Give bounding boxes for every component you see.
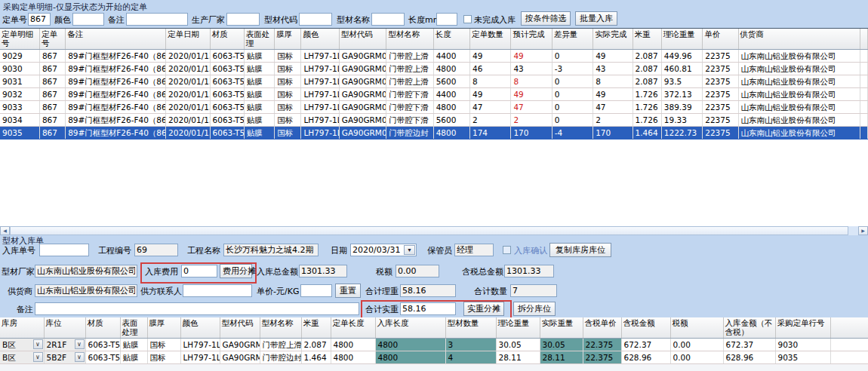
column-header[interactable]: 定单号 [39, 29, 65, 50]
column-header[interactable]: 型材代码 [220, 317, 260, 339]
column-header[interactable]: 型材数量 [445, 317, 496, 339]
cell: 贴膜 [120, 339, 147, 351]
column-header[interactable]: 实际完成 [593, 29, 633, 50]
remark-input[interactable] [35, 302, 359, 315]
scrollbar-thumb[interactable] [10, 226, 848, 235]
column-header[interactable]: 采购定单行号 [775, 317, 830, 339]
column-header[interactable]: 米重 [633, 29, 661, 50]
column-header[interactable]: 库位 [44, 317, 85, 339]
table-row[interactable]: 903586789#门框型材F26-F40（866+867）2020/01/13… [0, 127, 868, 140]
project-no-input[interactable] [134, 244, 178, 256]
actual-weight-apportion-button[interactable]: 实重分摊 [463, 302, 504, 316]
table-row[interactable]: 903086789#门框型材F26-F40（866+867）2020/01/13… [0, 63, 868, 75]
column-header[interactable]: 膜厚 [147, 317, 180, 339]
horizontal-scrollbar[interactable]: ◀ ▶ [0, 226, 868, 235]
column-header[interactable]: 型材名称 [386, 29, 433, 50]
column-header[interactable]: 单价 [703, 29, 738, 50]
inbound-fee-input[interactable] [181, 265, 217, 277]
column-header[interactable]: 含税单价 [583, 317, 621, 339]
column-header[interactable]: 理论重量 [496, 317, 540, 339]
column-header[interactable]: 定单日期 [166, 29, 210, 50]
table-row[interactable]: B区∨2R1F∨6063-T5贴膜国标LH797-1LL0GA90GRM03门带… [0, 339, 868, 351]
receipt-no-input[interactable] [39, 244, 89, 256]
tax-total-input[interactable] [504, 265, 554, 277]
combo-arrow-icon[interactable]: ∨ [75, 339, 85, 349]
column-header[interactable]: 定单长度 [331, 317, 375, 339]
project-name-input[interactable] [223, 244, 319, 256]
profile-name-filter-input[interactable] [371, 13, 405, 26]
inbound-confirm-checkbox[interactable] [503, 246, 511, 254]
filter-by-condition-button[interactable]: 按条件筛选 [521, 11, 571, 26]
order-no-input[interactable] [28, 13, 51, 26]
fee-apportion-button[interactable]: 费用分摊 [220, 264, 252, 278]
column-header[interactable] [860, 29, 867, 50]
manufacturer-input[interactable] [226, 13, 260, 26]
supplier-contact-input[interactable] [183, 284, 252, 297]
table-row[interactable]: 902986789#门框型材F26-F40（866+867）2020/01/13… [0, 50, 868, 63]
split-location-button[interactable]: 拆分库位 [513, 302, 556, 316]
column-header[interactable]: 米重 [301, 317, 331, 339]
column-header[interactable]: 膜厚 [275, 29, 301, 50]
batch-inbound-button[interactable]: 批量入库 [575, 11, 617, 26]
column-header[interactable]: 颜色 [180, 317, 220, 339]
column-header[interactable]: 库房 [0, 317, 44, 339]
column-header[interactable]: 型材代码 [339, 29, 386, 50]
calendar-dropdown-icon[interactable]: ▼ [404, 245, 415, 255]
remark-filter-input[interactable] [126, 13, 188, 26]
column-header[interactable] [830, 317, 868, 339]
tax-input[interactable] [396, 265, 439, 277]
column-header[interactable]: 实际重量 [540, 317, 583, 339]
reset-button[interactable]: 重置 [335, 284, 361, 298]
column-header[interactable]: 材质 [85, 317, 120, 339]
table-row[interactable]: 903486789#门框型材F26-F40（866+867）2020/01/13… [0, 114, 868, 127]
cell: 门带腔上滑 [386, 50, 433, 63]
unfinished-checkbox[interactable] [463, 15, 472, 23]
column-header[interactable]: 表面处理 [244, 29, 274, 50]
column-header[interactable]: 入库金额（不含税） [723, 317, 775, 339]
supplier-input[interactable] [35, 284, 137, 297]
purchase-order-grid[interactable]: 定单明细号定单号备注定单日期材质表面处理膜厚颜色型材代码型材名称长度定单数量预计… [0, 29, 868, 226]
table-row[interactable]: 903186789#门框型材F26-F40（866+867）2020/01/13… [0, 75, 868, 88]
theory-weight-input[interactable] [400, 284, 456, 297]
cell: 2.087 [633, 63, 661, 75]
column-header[interactable]: 型材名称 [260, 317, 301, 339]
length-filter-input[interactable] [436, 13, 457, 26]
total-qty-input[interactable] [510, 284, 557, 297]
cell: 9029 [0, 50, 39, 63]
column-header[interactable]: 备注 [66, 29, 166, 50]
date-field[interactable]: 2020/03/31 ▼ [350, 244, 417, 256]
column-header[interactable]: 供货商 [738, 29, 860, 50]
column-header[interactable]: 表面处理 [120, 317, 147, 339]
combo-arrow-icon[interactable]: ∨ [33, 339, 43, 349]
unit-price-label: 单价-元/KG [257, 287, 299, 296]
combo-arrow-icon[interactable]: ∨ [75, 352, 85, 362]
profile-factory-input[interactable] [35, 265, 137, 277]
table-row[interactable]: 903286789#门框型材F26-F40（866+867）2020/01/13… [0, 88, 868, 101]
profile-code-filter-input[interactable] [299, 13, 332, 26]
actual-weight-input[interactable] [400, 302, 456, 315]
column-header[interactable]: 定单明细号 [0, 29, 39, 50]
inbound-detail-grid[interactable]: 库房库位材质表面处理膜厚颜色型材代码型材名称米重定单长度入库长度型材数量理论重量… [0, 317, 868, 371]
color-filter-input[interactable] [72, 13, 104, 26]
column-header[interactable]: 颜色 [301, 29, 339, 50]
column-header[interactable]: 材质 [210, 29, 244, 50]
copy-warehouse-location-button[interactable]: 复制库房库位 [549, 243, 611, 257]
column-header[interactable]: 入库长度 [375, 317, 445, 339]
table-row[interactable]: 903386789#门框型材F26-F40（866+867）2020/01/13… [0, 101, 868, 114]
unit-price-input[interactable] [300, 284, 332, 297]
column-header[interactable]: 差异量 [552, 29, 593, 50]
column-header[interactable]: 含税金额 [621, 317, 670, 339]
column-header[interactable]: 预计完成 [511, 29, 552, 50]
profile-code-filter-label: 型材代码 [264, 15, 297, 25]
keeper-input[interactable] [454, 244, 494, 256]
column-header[interactable]: 理论重量 [661, 29, 702, 50]
column-header[interactable]: 定单数量 [470, 29, 511, 50]
total-amount-input[interactable] [299, 265, 347, 277]
column-header[interactable]: 税额 [670, 317, 723, 339]
column-header[interactable]: 长度 [433, 29, 469, 50]
cell: 22375 [703, 101, 738, 114]
table-row[interactable]: B区∨5B2F∨6063-T5贴膜国标LH797-1LL0GA90GRM05门带… [0, 351, 868, 364]
scroll-right-icon[interactable]: ▶ [858, 226, 868, 235]
scroll-left-icon[interactable]: ◀ [0, 226, 10, 235]
combo-arrow-icon[interactable]: ∨ [33, 352, 43, 362]
